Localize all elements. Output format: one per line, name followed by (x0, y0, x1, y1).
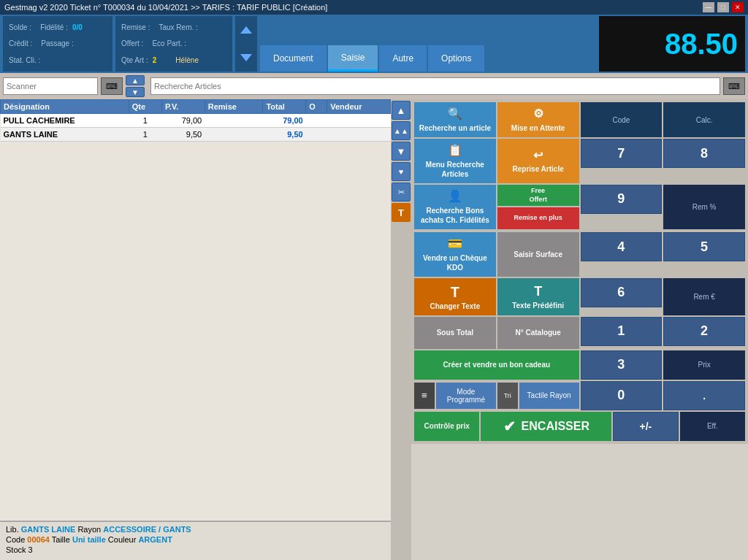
controle-prix-button[interactable]: Contrôle prix (414, 412, 479, 441)
cut-button[interactable]: ✂ (392, 183, 411, 202)
scanner-input[interactable] (3, 77, 98, 95)
num-9-button[interactable]: 9 (581, 185, 663, 214)
num-2-button[interactable]: 2 (663, 317, 745, 346)
num-4-button[interactable]: 4 (581, 232, 663, 261)
passage-label: Passage : (41, 39, 73, 47)
app-title: Gestmag v2 2020 Ticket n° T000034 du 10/… (4, 3, 327, 12)
offert-label: Offert : (121, 39, 143, 47)
search-kbd-button[interactable]: ⌨ (723, 77, 745, 95)
col-vendeur: Vendeur (327, 100, 391, 114)
gear-icon: ⚙ (533, 107, 543, 122)
maximize-button[interactable]: □ (717, 2, 729, 12)
num-6-button[interactable]: 6 (581, 278, 663, 307)
scroll-up2-button[interactable]: ▲▲ (392, 121, 411, 140)
arrow-up-icon (240, 26, 252, 34)
customer-info: Solde : Fidélité : 0/0 Crédit : Passage … (3, 16, 112, 72)
bons-achats-button[interactable]: 👤 Recherche Bons achats Ch. Fidélités (414, 185, 496, 229)
cell-o (306, 114, 327, 128)
scanner-kbd-button[interactable]: ⌨ (101, 77, 123, 95)
col-total: Total (263, 100, 306, 114)
plus-minus-button[interactable]: +/- (613, 412, 678, 441)
tab-options[interactable]: Options (428, 45, 484, 72)
rayon-value: ACCESSOIRE / GANTS (103, 525, 191, 534)
num-7-button[interactable]: 7 (581, 139, 663, 168)
menu-prog-button[interactable]: ≡ (414, 383, 435, 409)
cell-pv: 79,00 (161, 114, 205, 128)
num-5-button[interactable]: 5 (663, 232, 745, 261)
cell-designation: GANTS LAINE (1, 128, 129, 142)
tactile-container: Tri Tactile Rayon (497, 381, 579, 410)
saisir-surface-button[interactable]: Saisir Surface (497, 232, 579, 277)
qte-label: Qte Art : (121, 56, 148, 64)
close-button[interactable]: ✕ (732, 2, 744, 12)
cheque-kdo-button[interactable]: 💳 Vendre un Chèque KDO (414, 232, 496, 277)
toolbar: Solde : Fidélité : 0/0 Crédit : Passage … (0, 15, 748, 73)
scroll-up-button[interactable]: ▲ (392, 101, 411, 120)
main-layout: Désignation Qte P.V. Remise Total O Vend… (0, 99, 748, 560)
num-0-button[interactable]: 0 (581, 381, 663, 410)
reprise-article-button[interactable]: ↩ Reprise Article (497, 139, 579, 183)
cell-qty: 1 (129, 114, 161, 128)
cell-total: 79,00 (263, 114, 306, 128)
numero-catalogue-button[interactable]: N° Catalogue (497, 317, 579, 349)
fav-button[interactable]: ♥ (392, 162, 411, 181)
table-row[interactable]: PULL CACHEMIRE 1 79,00 79,00 (1, 114, 391, 128)
menu-recherche-button[interactable]: 📋 Menu Recherche Articles (414, 139, 496, 183)
free-offert-button[interactable]: Free Offert (497, 185, 579, 207)
fidelite-value: 0/0 (72, 23, 83, 31)
scroll-down-button[interactable]: ▼ (392, 142, 411, 161)
col-pv: P.V. (161, 100, 205, 114)
fidelite-label: Fidélité : (40, 23, 68, 31)
arrow-down-icon (240, 54, 252, 61)
recherche-article-button[interactable]: 🔍 Recherche un article (414, 102, 496, 137)
changer-texte-button[interactable]: T Changer Texte (414, 278, 496, 315)
code-value: 00064 (27, 535, 50, 544)
right-panel: 🔍 Recherche un article ⚙ Mise en Attente… (411, 99, 748, 560)
green-bar-container: Créer et vendre un bon cadeau (414, 350, 579, 380)
table-row[interactable]: GANTS LAINE 1 9,50 9,50 (1, 128, 391, 142)
t-button[interactable]: T (392, 203, 411, 222)
price-value: 88.50 (665, 28, 738, 61)
texte-predefini-button[interactable]: T Texte Prédéfini (497, 278, 579, 315)
remise-info: Remise : Taux Rem. : Offert : Eco Part. … (115, 16, 232, 72)
search-icon: 🔍 (448, 107, 462, 122)
sous-total-button[interactable]: Sous Total (414, 317, 496, 349)
dropdown-arrow[interactable] (235, 16, 257, 72)
prix-label: Prix (663, 350, 745, 380)
nav-up-small-button[interactable]: ▲ (126, 75, 145, 85)
tactile-rayon-button[interactable]: Tactile Rayon (519, 383, 579, 409)
num-1-button[interactable]: 1 (581, 317, 663, 346)
tri-button[interactable]: Tri (497, 383, 518, 409)
stock-value: 3 (28, 545, 33, 554)
couleur-label: Couleur (108, 535, 139, 544)
col-qte: Qte (129, 100, 161, 114)
tab-saisie[interactable]: Saisie (328, 45, 378, 72)
mode-programme-button[interactable]: Mode Programmé (436, 383, 496, 409)
minimize-button[interactable]: — (703, 2, 714, 12)
tab-document[interactable]: Document (260, 45, 327, 72)
num-8-button[interactable]: 8 (663, 139, 745, 168)
article-stock-line: Stock 3 (6, 545, 385, 554)
rayon-label: Rayon (77, 525, 103, 534)
mode-prog-container: ≡ Mode Programmé (414, 381, 496, 410)
table-body: PULL CACHEMIRE 1 79,00 79,00 GANTS LAINE… (1, 114, 391, 142)
encaisser-button[interactable]: ✔ ENCAISSER (481, 412, 611, 441)
cell-vendeur (327, 128, 391, 142)
decimal-button[interactable]: . (663, 381, 745, 410)
remise-plus-button[interactable]: Remise en plus (497, 207, 579, 229)
num-3-button[interactable]: 3 (581, 350, 663, 380)
col-o: O (306, 100, 327, 114)
cell-remise (205, 128, 263, 142)
create-bon-button[interactable]: Créer et vendre un bon cadeau (414, 350, 579, 380)
taille-value: Uni taille (72, 535, 106, 544)
cell-total: 9,50 (263, 128, 306, 142)
search-input[interactable] (150, 77, 720, 95)
rem-pct-label: Rem % (663, 185, 745, 229)
action-numpad-row4: Sous Total N° Catalogue 1 2 (411, 317, 748, 350)
nav-down-small-button[interactable]: ▼ (126, 87, 145, 97)
action-numpad-row3: T Changer Texte T Texte Prédéfini 6 Rem … (411, 278, 748, 317)
cell-pv: 9,50 (161, 128, 205, 142)
mise-en-attente-button[interactable]: ⚙ Mise en Attente (497, 102, 579, 137)
tab-autre[interactable]: Autre (379, 45, 427, 72)
article-info: Lib. GANTS LAINE Rayon ACCESSOIRE / GANT… (0, 521, 391, 560)
